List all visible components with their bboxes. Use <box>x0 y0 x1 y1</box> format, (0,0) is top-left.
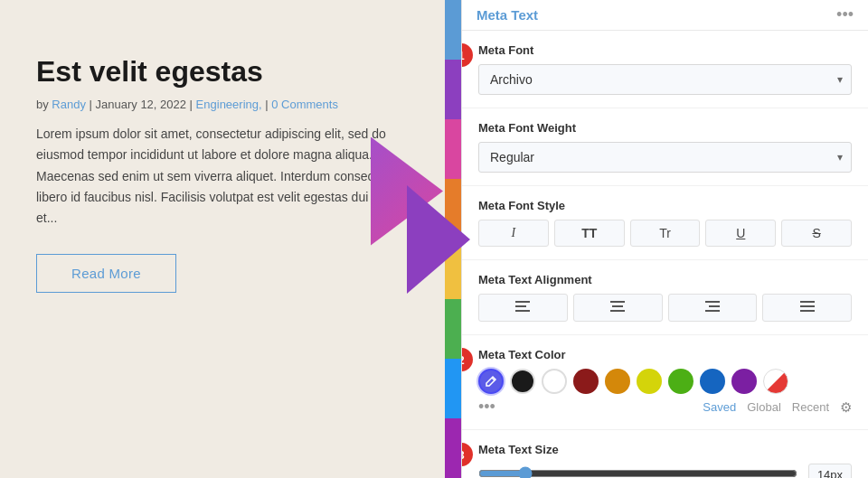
decorative-arrow <box>407 185 470 294</box>
meta-font-select-wrapper: Archivo Arial Georgia Helvetica Times Ne… <box>478 64 852 95</box>
svg-rect-4 <box>612 305 623 307</box>
align-justify-btn[interactable] <box>762 294 852 322</box>
meta-font-weight-select-wrapper: Thin Light Regular Medium Bold ExtraBold… <box>478 142 852 173</box>
panel-header: Meta Text ••• <box>462 0 868 31</box>
color-orange-swatch[interactable] <box>605 369 630 394</box>
comments-link[interactable]: 0 Comments <box>271 98 338 111</box>
text-size-slider[interactable] <box>478 466 797 479</box>
meta-text-alignment-label: Meta Text Alignment <box>478 273 852 286</box>
read-more-button[interactable]: Read More <box>36 254 176 293</box>
svg-rect-8 <box>705 310 720 312</box>
font-style-buttons: I TT Tr U S <box>478 220 852 247</box>
post-date: January 12, 2022 <box>96 98 186 111</box>
alignment-buttons <box>478 294 852 322</box>
color-blue-swatch[interactable] <box>700 369 725 394</box>
svg-rect-2 <box>515 310 530 312</box>
meta-font-label: Meta Font <box>478 43 852 57</box>
style-btn-allcaps[interactable]: TT <box>554 220 625 247</box>
style-btn-italic[interactable]: I <box>478 220 549 247</box>
svg-rect-1 <box>515 305 526 307</box>
post-excerpt: Lorem ipsum dolor sit amet, consectetur … <box>36 124 425 228</box>
category-link[interactable]: Engineering, <box>196 98 262 111</box>
svg-rect-11 <box>800 310 815 312</box>
color-swatches-row <box>478 369 852 394</box>
author-link[interactable]: Randy <box>52 98 86 111</box>
align-right-btn[interactable] <box>668 294 758 322</box>
svg-rect-3 <box>610 301 625 303</box>
svg-rect-6 <box>705 301 720 303</box>
post-title: Est velit egestas <box>36 54 425 89</box>
style-btn-titlecase[interactable]: Tr <box>630 220 701 247</box>
color-strip-8 <box>445 418 461 478</box>
color-yellow-swatch[interactable] <box>637 369 662 394</box>
color-diagonal-swatch[interactable] <box>763 369 788 394</box>
color-tab-saved[interactable]: Saved <box>703 400 736 414</box>
svg-rect-0 <box>515 301 530 303</box>
svg-rect-10 <box>800 305 815 307</box>
meta-text-color-label: Meta Text Color <box>478 348 852 361</box>
left-panel: Est velit egestas by Randy | January 12,… <box>0 0 461 478</box>
align-left-btn[interactable] <box>478 294 568 322</box>
svg-rect-5 <box>610 310 625 312</box>
size-slider-wrapper <box>478 466 797 479</box>
color-tabs-row: ••• Saved Global Recent ⚙ <box>478 394 852 417</box>
size-value-display: 14px <box>808 464 852 478</box>
size-row: 14px <box>478 464 852 478</box>
step-badge-3: 3 <box>461 443 473 466</box>
step-badge-1: 1 <box>461 43 473 67</box>
color-white-swatch[interactable] <box>542 369 567 394</box>
svg-rect-7 <box>709 305 720 307</box>
panel-header-title: Meta Text <box>476 7 538 23</box>
align-center-btn[interactable] <box>573 294 663 322</box>
color-tab-recent[interactable]: Recent <box>792 400 829 414</box>
meta-font-style-section: Meta Font Style I TT Tr U S <box>462 186 868 260</box>
color-strip-1 <box>445 0 461 60</box>
style-btn-strikethrough[interactable]: S <box>781 220 852 247</box>
color-strip-2 <box>445 60 461 119</box>
meta-font-select[interactable]: Archivo Arial Georgia Helvetica Times Ne… <box>478 64 852 95</box>
color-green-swatch[interactable] <box>668 369 693 394</box>
color-settings-icon[interactable]: ⚙ <box>840 399 852 416</box>
color-more-dots[interactable]: ••• <box>478 398 495 417</box>
step-badge-2: 2 <box>461 348 473 371</box>
panel-more-options[interactable]: ••• <box>836 5 854 24</box>
color-black-swatch[interactable] <box>510 369 535 394</box>
meta-font-style-label: Meta Font Style <box>478 199 852 212</box>
post-meta: by Randy | January 12, 2022 | Engineerin… <box>36 98 425 111</box>
svg-rect-9 <box>800 301 815 303</box>
meta-text-size-label: Meta Text Size <box>478 443 852 456</box>
color-darkred-swatch[interactable] <box>573 369 599 394</box>
meta-font-section: 1 Meta Font Archivo Arial Georgia Helvet… <box>462 31 868 108</box>
color-strip-3 <box>445 119 461 179</box>
color-purple-swatch[interactable] <box>731 369 757 394</box>
meta-text-size-section: 3 Meta Text Size 14px <box>462 430 868 478</box>
style-btn-underline[interactable]: U <box>705 220 776 247</box>
color-strip-7 <box>445 359 461 418</box>
color-strip-6 <box>445 299 461 359</box>
color-tab-global[interactable]: Global <box>747 400 781 414</box>
meta-text-color-section: 2 Meta Text Color ••• Saved <box>462 335 868 430</box>
color-pen-swatch[interactable] <box>478 369 504 394</box>
right-panel: Meta Text ••• 1 Meta Font Archivo Arial … <box>461 0 868 478</box>
meta-text-alignment-section: Meta Text Alignment <box>462 260 868 335</box>
meta-font-weight-section: Meta Font Weight Thin Light Regular Medi… <box>462 108 868 186</box>
meta-font-weight-label: Meta Font Weight <box>478 121 852 135</box>
meta-font-weight-select[interactable]: Thin Light Regular Medium Bold ExtraBold <box>478 142 852 173</box>
